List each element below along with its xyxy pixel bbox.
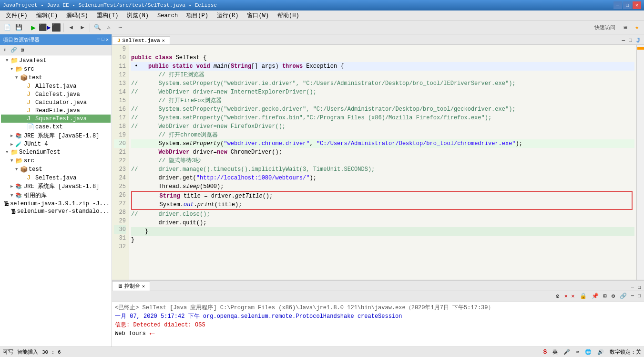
sidebar-item-squaretest[interactable]: J SquareTest.java — [1, 115, 111, 123]
code-line-11: • public static void main(String[] args)… — [131, 62, 634, 71]
search-toolbar-btn[interactable]: 🔍 — [92, 22, 102, 33]
tab-close-icon[interactable]: ✕ — [162, 38, 165, 43]
problems-btn[interactable]: ⚠ — [103, 22, 114, 33]
console-area: 🖥 控制台 ✕ ─ □ ⊘ ✕ ✕ 🔒 📌 ⊞ ⚙ 🔗 ─ □ — [112, 280, 644, 346]
chevron-right-icon: ▶ — [10, 142, 15, 147]
java-file-icon: J — [27, 99, 34, 106]
code-line-26: String title = driver.getTitle(); — [132, 192, 632, 200]
sidebar-item-seleniumtest[interactable]: ▼ 📁 SeleniumTest — [1, 148, 111, 157]
maximize-button[interactable]: □ — [623, 1, 632, 9]
console-line-3: Web Tours ← — [115, 329, 641, 338]
console-line-1: 一月 07, 2020 5:17:42 下午 org.openqa.seleni… — [115, 312, 641, 321]
code-line-17: // System.setProperty("webdriver.firefox… — [131, 114, 634, 122]
menu-project[interactable]: 项目(P) — [183, 10, 212, 21]
sidebar-item-selenium-server[interactable]: 🗜 selenium-server-standalo... — [1, 208, 111, 215]
chevron-down-icon: ▼ — [15, 75, 20, 80]
code-line-28: // driver.close(); — [131, 210, 634, 219]
volume-icon: 🔊 — [597, 349, 604, 355]
sidebar-item-referenced-libs[interactable]: ▼ 📚 引用的库 — [1, 191, 111, 200]
sidebar-item-javatest[interactable]: ▼ 📁 JavaTest — [1, 56, 111, 65]
console-more-icon[interactable]: ⚙ — [610, 292, 617, 300]
console-tab-close[interactable]: ✕ — [142, 284, 145, 289]
tab-console[interactable]: 🖥 控制台 ✕ — [112, 281, 150, 291]
console-view-icon[interactable]: ⊞ — [602, 292, 609, 300]
sidebar-maximize-icon[interactable]: □ — [102, 37, 104, 42]
sidebar-item-src[interactable]: ▼ 📂 src — [1, 65, 111, 74]
console-maximize-icon[interactable]: □ — [636, 284, 642, 291]
editor-maximize-icon[interactable]: □ — [627, 37, 634, 44]
menu-edit[interactable]: 编辑(E) — [32, 10, 62, 21]
editor-minimize-icon[interactable]: ─ — [620, 37, 626, 44]
close-button[interactable]: ✕ — [633, 1, 641, 9]
code-editor[interactable]: public class SelTest { • public static v… — [129, 45, 636, 280]
sidebar-item-seltest[interactable]: J SelTest.java — [1, 174, 111, 182]
console-max2-icon[interactable]: □ — [636, 293, 642, 299]
menu-refactor[interactable]: 重构(T) — [93, 10, 123, 21]
sidebar-item-calctest[interactable]: J CalcTest.java — [1, 90, 111, 98]
code-line-18: // WebDriver driver=new FirefoxDriver(); — [131, 122, 634, 131]
menu-run[interactable]: 运行(R) — [213, 10, 243, 21]
sidebar-item-calculator[interactable]: J Calculator.java — [1, 98, 111, 106]
sidebar-toolbar-expand[interactable]: ⊞ — [20, 46, 26, 53]
code-line-14: // WebDriver driver=new InternetExplorer… — [131, 88, 634, 96]
chevron-down-icon: ▼ — [10, 193, 15, 198]
sidebar-item-junit4[interactable]: ▶ 🧪 JUnit 4 — [1, 140, 111, 148]
console-clear-icon[interactable]: ⊘ — [554, 292, 562, 301]
save-button[interactable]: 💾 — [13, 22, 24, 33]
menu-window[interactable]: 窗口(W) — [243, 10, 273, 21]
more-btn[interactable]: ⋯ — [115, 22, 125, 33]
console-stop-icon[interactable]: ✕ ✕ — [562, 292, 577, 300]
window-controls: ─ □ ✕ — [613, 1, 641, 9]
code-line-15: // 打开FireFox浏览器 — [131, 96, 634, 105]
debug-button[interactable]: ⬛▶ — [40, 22, 50, 33]
editor-content: 9 10 11 12 13 14 15 16 17 18 19 20 21 22… — [112, 45, 644, 280]
menu-help[interactable]: 帮助(H) — [274, 10, 303, 21]
line-numbers: 9 10 11 12 13 14 15 16 17 18 19 20 21 22… — [112, 45, 129, 280]
mic-icon: 🎤 — [563, 349, 570, 355]
back-button[interactable]: ◀ — [66, 22, 76, 33]
sidebar-item-jre2[interactable]: ▶ 📚 JRE 系统库 [JavaSE-1.8] — [1, 182, 111, 191]
run-button[interactable]: ▶ — [28, 22, 39, 33]
sidebar-item-src2[interactable]: ▼ 📂 src — [1, 157, 111, 165]
forward-button[interactable]: ▶ — [77, 22, 88, 33]
menu-source[interactable]: 源码(S) — [62, 10, 92, 21]
sidebar-item-casetxt[interactable]: 📄 case.txt — [1, 123, 111, 131]
sidebar-item-selenium-java[interactable]: 🗜 selenium-java-3.9.1.zip -J... — [1, 200, 111, 208]
menu-navigate[interactable]: 浏览(N) — [123, 10, 153, 21]
perspective-btn[interactable]: ⊞ — [620, 22, 631, 33]
sidebar-item-test2-package[interactable]: ▼ 📦 test — [1, 165, 111, 174]
sidebar-collapse-icon[interactable]: ─ — [97, 37, 100, 42]
console-tab-label: 控制台 — [124, 283, 140, 290]
menu-file[interactable]: 文件(F) — [2, 10, 31, 21]
new-button[interactable]: 📄 — [2, 22, 12, 33]
editor-scrollbar[interactable] — [636, 45, 644, 280]
tab-seltest[interactable]: J SelTest.java ✕ — [112, 36, 170, 44]
sidebar-close-icon[interactable]: ✕ — [106, 37, 109, 42]
console-minimize-icon[interactable]: ─ — [630, 284, 635, 291]
sidebar-item-test-package[interactable]: ▼ 📦 test — [1, 74, 111, 82]
lib-icon: 📚 — [15, 192, 23, 199]
network-icon: 🌐 — [585, 349, 592, 355]
code-line-29: driver.quit(); — [131, 219, 634, 227]
source-folder-icon: 📂 — [15, 65, 23, 73]
sidebar-item-jre1[interactable]: ▶ 📚 JRE 系统库 [JavaSE-1.8] — [1, 131, 111, 140]
minimize-button[interactable]: ─ — [613, 1, 622, 9]
jar-icon: 🗜 — [11, 209, 16, 215]
sougou-icon: S — [543, 348, 547, 356]
sidebar-toolbar-link[interactable]: 🔗 — [9, 46, 19, 53]
sidebar-item-alltest[interactable]: J AllTest.java — [1, 82, 111, 90]
console-min2-icon[interactable]: ─ — [630, 293, 635, 299]
sidebar-item-readfile[interactable]: J ReadFile.java — [1, 106, 111, 115]
chevron-down-icon: ▼ — [6, 58, 10, 63]
sidebar-toolbar-collapse[interactable]: ⬆ — [2, 46, 8, 53]
icon-yellow[interactable]: ★ — [632, 22, 642, 33]
editor-area: J SelTest.java ✕ ─ □ J 9 10 11 12 13 14 … — [112, 34, 644, 346]
menu-search[interactable]: Search — [153, 11, 182, 20]
code-line-10: public class SelTest { — [131, 53, 634, 62]
window-title: JavaProject - Java EE - SeleniumTest/src… — [3, 2, 217, 8]
console-pin-icon[interactable]: 📌 — [590, 292, 601, 300]
console-link-icon[interactable]: 🔗 — [618, 292, 629, 300]
package-icon: 📦 — [20, 166, 28, 173]
console-scroll-lock-icon[interactable]: 🔒 — [578, 292, 589, 300]
stop-button[interactable]: ⬛ — [51, 22, 61, 33]
